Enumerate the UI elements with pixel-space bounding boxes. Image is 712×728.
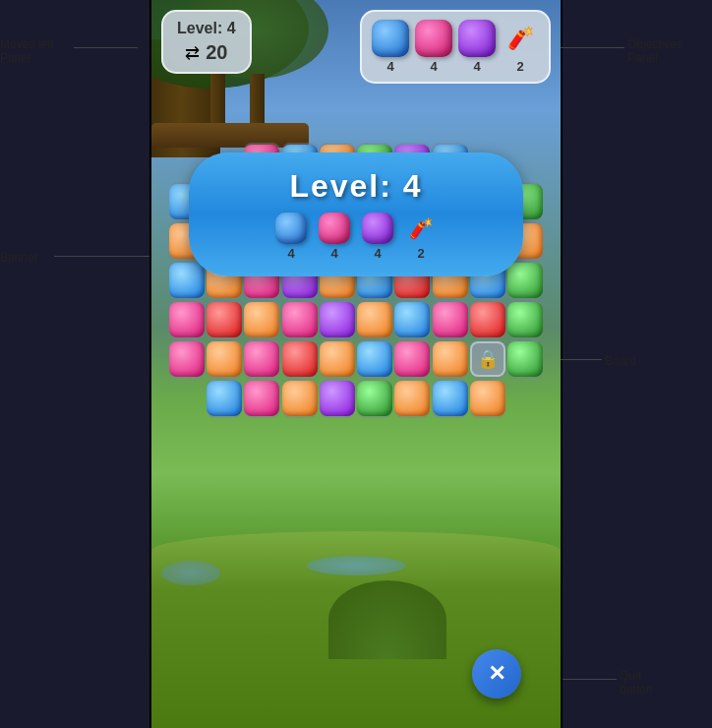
banner-obj-tnt: 🧨 2: [405, 212, 437, 261]
banner-gem-blue: [275, 212, 307, 244]
board-cell[interactable]: [507, 261, 543, 300]
board-line: [561, 359, 602, 360]
obj-count-tnt: 2: [516, 59, 523, 74]
obj-count-pink: 4: [430, 59, 437, 74]
board-cell[interactable]: [394, 300, 430, 339]
board-cell[interactable]: [357, 379, 392, 418]
gem-pink: [415, 20, 452, 57]
moves-icon: ⇄: [185, 42, 200, 64]
board-row-7: [169, 379, 543, 418]
banner-gem-pink: [319, 212, 350, 244]
obj-count-blue: 4: [386, 59, 393, 74]
board-cell[interactable]: [282, 379, 318, 418]
board-cell[interactable]: [357, 300, 392, 339]
board-row-5: [169, 300, 543, 339]
cell-empty: [169, 379, 205, 418]
board-cell[interactable]: [207, 379, 242, 418]
tnt-icon: 🧨: [502, 20, 539, 57]
board-cell[interactable]: [357, 339, 392, 379]
locked-cell: 🔒: [470, 341, 505, 377]
pond: [307, 556, 405, 576]
board-label: Board: [605, 354, 636, 368]
objectives-panel: 4 4 4 🧨 2: [360, 10, 551, 84]
board-cell[interactable]: [394, 339, 430, 379]
board-cell[interactable]: [320, 379, 355, 418]
board-cell[interactable]: [470, 300, 505, 339]
quit-button-label: Quitbutton: [620, 669, 652, 697]
cell-empty: [507, 379, 543, 418]
objective-blue: 4: [372, 20, 409, 74]
board-cell[interactable]: [282, 339, 318, 379]
banner-count-tnt: 2: [417, 246, 424, 261]
gem-purple: [458, 20, 496, 57]
board-cell[interactable]: [244, 300, 279, 339]
board-cell[interactable]: [432, 339, 467, 379]
banner-count-pink: 4: [330, 246, 337, 261]
board-cell[interactable]: [169, 339, 205, 379]
moves-left-panel: Level: 4 ⇄ 20: [161, 10, 252, 74]
banner-title: Level: 4: [208, 168, 504, 205]
board-row-6: 🔒: [169, 339, 543, 379]
moves-count: 20: [206, 41, 227, 64]
objective-tnt: 🧨 2: [502, 20, 539, 74]
banner-obj-blue: 4: [275, 212, 307, 261]
objectives-panel-label: ObjectivesPanel: [627, 37, 682, 65]
board-cell[interactable]: [507, 300, 543, 339]
banner-count-blue: 4: [287, 246, 294, 261]
board-cell[interactable]: [169, 300, 205, 339]
banner-obj-pink: 4: [319, 212, 350, 261]
board-cell[interactable]: [507, 339, 543, 379]
board-cell[interactable]: [320, 300, 355, 339]
level-banner: Level: 4 4 4 4 🧨 2: [189, 152, 523, 276]
banner-line: [54, 256, 149, 257]
board-cell[interactable]: [320, 339, 355, 379]
board-cell[interactable]: [207, 300, 242, 339]
banner-gem-purple: [362, 212, 393, 244]
board-cell[interactable]: [207, 339, 242, 379]
banner-obj-purple: 4: [362, 212, 393, 261]
quit-button[interactable]: ✕: [472, 649, 521, 698]
objective-purple: 4: [458, 20, 496, 74]
board-cell[interactable]: [432, 300, 467, 339]
banner-tnt-icon: 🧨: [405, 212, 437, 244]
level-text: Level: 4: [177, 20, 236, 37]
moves-panel-line: [74, 47, 138, 48]
board-cell[interactable]: [470, 379, 505, 418]
board-cell[interactable]: [244, 339, 279, 379]
objectives-panel-line: [561, 47, 624, 48]
board-cell[interactable]: [282, 300, 318, 339]
banner-count-purple: 4: [374, 246, 381, 261]
banner-objectives: 4 4 4 🧨 2: [208, 212, 504, 261]
quit-button-line: [563, 679, 617, 680]
banner-label: Banner: [0, 251, 38, 265]
board-cell[interactable]: [432, 379, 467, 418]
gem-blue: [372, 20, 409, 57]
game-container: Level: 4 ⇄ 20 4 4 4 🧨 2: [149, 0, 563, 728]
moves-panel-label: Moves leftPanel: [0, 37, 54, 65]
obj-count-purple: 4: [473, 59, 480, 74]
quit-icon: ✕: [488, 661, 505, 687]
board-cell[interactable]: [244, 379, 279, 418]
board-cell[interactable]: [394, 379, 430, 418]
board-cell[interactable]: [169, 261, 205, 300]
board-cell[interactable]: 🔒: [470, 339, 505, 379]
objective-pink: 4: [415, 20, 452, 74]
